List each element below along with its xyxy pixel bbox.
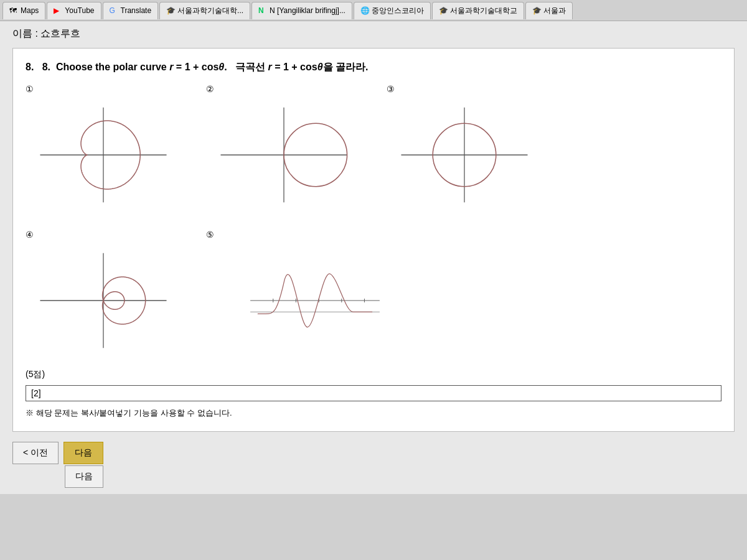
tab-maps[interactable]: 🗺 Maps [2,2,45,19]
name-label: 이름 : 쇼흐루흐 [12,27,735,40]
option-2: ② [206,84,362,211]
options-row1: ① ② [26,84,721,211]
option-4-svg [35,245,172,357]
answer-box: [2] [26,385,721,401]
question-title: 8. 8. Choose the polar curve r = 1 + cos… [26,61,721,74]
tab-joongang[interactable]: 🌐 중앙인스코리아 [354,2,431,19]
page-content: 이름 : 쇼흐루흐 8. 8. Choose the polar curve r… [0,21,747,494]
map-icon: 🗺 [9,6,18,15]
tab-seoul3[interactable]: 🎓 서울과 [525,2,573,19]
option-3-number: ③ [387,84,395,94]
naver-icon: N [258,6,267,15]
next-button[interactable]: 다음 [63,442,103,464]
option-4-number: ④ [26,230,34,240]
option-4: ④ [26,230,181,357]
school3-icon: 🎓 [532,6,541,15]
option-5-svg [247,245,383,357]
option-3: ③ [387,84,542,211]
nav-buttons: < 이전 다음 다음 [12,442,735,488]
school2-icon: 🎓 [439,6,448,15]
option-1-svg [35,99,172,211]
tab-translate[interactable]: G Translate [103,2,159,19]
tab-seoul-tech[interactable]: 🎓 서울과학기술대학... [159,2,250,19]
option-2-svg [215,99,352,211]
score-label: (5점) [26,369,721,380]
tab-naver[interactable]: N N [Yangiliklar brifingj]... [251,2,352,19]
question-card: 8. 8. Choose the polar curve r = 1 + cos… [12,48,735,432]
option-1: ① [26,84,181,211]
tab-youtube[interactable]: ▶ YouTube [47,2,101,19]
tab-seoultech2[interactable]: 🎓 서울과학기술대학교 [432,2,524,19]
question-text-en: 8. Choose the polar curve r = 1 + cosθ. … [42,62,369,72]
next-alt-button[interactable]: 다음 [65,465,103,488]
news-icon: 🌐 [360,6,369,15]
option-5: ⑤ [206,230,424,357]
copy-notice: ※ 해당 문제는 복사/붙여넣기 기능을 사용할 수 없습니다. [26,408,721,419]
question-number: 8. [26,62,34,72]
youtube-icon: ▶ [54,6,62,15]
tab-bar: 🗺 Maps ▶ YouTube G Translate 🎓 서울과학기술대학.… [0,0,747,21]
options-row2: ④ ⑤ [26,230,721,357]
school-icon: 🎓 [166,6,175,15]
option-2-number: ② [206,84,214,94]
option-3-svg [396,99,533,211]
option-5-number: ⑤ [206,230,214,240]
prev-button[interactable]: < 이전 [12,442,59,464]
option-1-number: ① [26,84,34,94]
translate-icon: G [110,6,118,15]
